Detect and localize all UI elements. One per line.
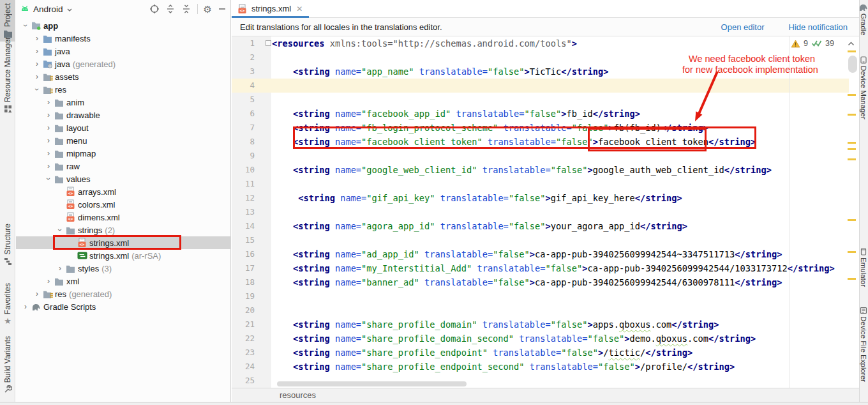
code-line-8[interactable]: <string name="facebook_client_token" tra… (271, 135, 846, 149)
toolwindow-button-structure[interactable]: Structure (0, 224, 15, 266)
tree-item-xml[interactable]: ›xml (16, 275, 230, 287)
toolwindow-button-resource-manager[interactable]: Resource Manager (0, 37, 15, 113)
warning-stripe-mark[interactable] (848, 278, 856, 280)
code-line-20[interactable] (271, 303, 846, 317)
chevron-expanded-icon[interactable]: › (54, 224, 66, 236)
code-line-19[interactable] (271, 289, 846, 303)
code-line-22[interactable]: <string name="share_profile_domain_secon… (271, 332, 846, 346)
tree-item-gradle-scripts[interactable]: ›Gradle Scripts (16, 300, 230, 313)
tab-strings-xml[interactable]: <> strings.xml ✕ (232, 0, 309, 17)
tree-item-colors-xml[interactable]: <>colors.xml (16, 198, 230, 211)
code-line-10[interactable]: <string name="google_web_client_id" tran… (271, 163, 846, 177)
chevron-collapsed-icon[interactable]: › (31, 32, 43, 45)
chevron-collapsed-icon[interactable]: › (43, 147, 54, 160)
chevron-collapsed-icon[interactable]: › (31, 70, 43, 83)
chevron-collapsed-icon[interactable]: › (31, 287, 43, 300)
tree-item-styles-3[interactable]: ›styles(3) (16, 262, 230, 275)
tree-item-res[interactable]: ›res (16, 83, 230, 96)
minimize-icon[interactable] (218, 4, 227, 13)
code-line-21[interactable]: <string name="share_profile_domain" tran… (271, 317, 846, 332)
project-view-selector[interactable]: Android (20, 4, 73, 14)
tree-item-arrays-xml[interactable]: <>arrays.xml (16, 185, 230, 198)
code-line-17[interactable]: <string name="my_Interstitial_Add" trans… (271, 261, 846, 275)
chevron-up-icon[interactable] (848, 42, 855, 46)
chevron-collapsed-icon[interactable]: › (31, 45, 43, 57)
tree-item-java-generated[interactable]: ›java(generated) (16, 57, 230, 70)
warning-stripe-mark[interactable] (848, 114, 856, 116)
warning-stripe-mark[interactable] (848, 158, 856, 160)
code-line-15[interactable] (271, 233, 846, 247)
chevron-expanded-icon[interactable]: › (43, 172, 54, 185)
code-line-23[interactable]: <string name="share_profile_endpoint" tr… (271, 346, 846, 360)
tree-item-menu[interactable]: ›menu (16, 134, 230, 147)
horizontal-scrollbar-thumb[interactable] (277, 381, 467, 386)
warning-stripe-mark[interactable] (848, 219, 856, 221)
collapse-all-icon[interactable] (181, 4, 191, 14)
breadcrumb[interactable]: resources (232, 388, 859, 402)
warning-stripe-mark[interactable] (848, 142, 856, 144)
toolwindow-button-project[interactable]: Project (0, 0, 15, 42)
tree-item-values[interactable]: ›values (16, 172, 230, 185)
inspections-widget[interactable]: 9 39 (791, 38, 859, 49)
toolwindow-button-device-file-explorer[interactable]: Device File Explorer (859, 307, 868, 382)
open-editor-link[interactable]: Open editor (721, 22, 765, 32)
chevron-collapsed-icon[interactable]: › (31, 57, 43, 70)
code-line-4[interactable] (271, 79, 846, 93)
tree-item-layout[interactable]: ›layout (16, 121, 230, 134)
fold-marker-icon[interactable] (266, 40, 271, 46)
code-line-1[interactable]: <resources xmlns:tools="http://schemas.a… (271, 36, 846, 50)
tree-item-strings-xml[interactable]: <>strings.xml (16, 236, 230, 249)
tree-item-drawable[interactable]: ›drawable (16, 109, 230, 121)
gear-icon[interactable]: ⚙ (204, 4, 212, 14)
tree-item-dimens-xml[interactable]: <>dimens.xml (16, 211, 230, 224)
expand-all-icon[interactable] (165, 4, 176, 14)
code-line-6[interactable]: <string name="facebook_app_id" translata… (271, 107, 846, 121)
code-line-12[interactable]: <string name="gif_api_key" translatable=… (271, 191, 846, 205)
warning-stripe-mark[interactable] (848, 50, 856, 52)
code-line-11[interactable] (271, 177, 846, 191)
chevron-expanded-icon[interactable]: › (20, 19, 31, 32)
toolwindow-button-emulator[interactable]: Emulator (859, 248, 868, 287)
chevron-collapsed-icon[interactable]: › (43, 96, 54, 109)
chevron-collapsed-icon[interactable]: › (43, 134, 54, 147)
code-line-13[interactable] (271, 205, 846, 219)
warning-stripe-mark[interactable] (848, 251, 856, 253)
close-icon[interactable]: ✕ (295, 4, 303, 13)
breadcrumb-resources[interactable]: resources (280, 390, 316, 400)
error-stripe[interactable] (846, 36, 859, 388)
chevron-expanded-icon[interactable]: › (31, 83, 43, 96)
tree-item-strings-xml-arrSA[interactable]: strings.xml(ar-rSA) (16, 249, 230, 262)
chevron-collapsed-icon[interactable]: › (43, 121, 54, 134)
vertical-scrollbar-thumb[interactable] (848, 56, 857, 73)
code-line-18[interactable]: <string name="banner_ad" translatable="f… (271, 275, 846, 289)
tree-item-java[interactable]: ›java (16, 45, 230, 57)
code-line-14[interactable]: <string name="agora_app_id" translatable… (271, 219, 846, 233)
code-line-16[interactable]: <string name="ad_app_id" translatable="f… (271, 247, 846, 261)
tree-item-mipmap[interactable]: ›mipmap (16, 147, 230, 160)
toolwindow-button-device-manager[interactable]: Device Manager (859, 56, 868, 119)
chevron-collapsed-icon[interactable]: › (43, 275, 54, 287)
code-line-9[interactable] (271, 149, 846, 163)
tree-item-manifests[interactable]: ›manifests (16, 32, 230, 45)
tree-item-strings-2[interactable]: ›strings(2) (16, 224, 230, 236)
warning-stripe-mark[interactable] (848, 94, 856, 96)
code-line-24[interactable]: <string name="share_profile_endpoint_sec… (271, 360, 846, 374)
warning-stripe-mark[interactable] (848, 148, 856, 150)
tree-item-res-generated[interactable]: ›res(generated) (16, 287, 230, 300)
code-editor[interactable]: 1234567891011121314151617181920212223242… (232, 36, 859, 388)
code-line-7[interactable]: <string name="fb_login_protocol_scheme" … (271, 121, 846, 135)
target-icon[interactable] (149, 4, 160, 14)
hide-notification-link[interactable]: Hide notification (789, 22, 848, 32)
tree-item-raw[interactable]: ›raw (16, 160, 230, 172)
code-text[interactable]: <resources xmlns:tools="http://schemas.a… (271, 36, 846, 388)
chevron-collapsed-icon[interactable]: › (43, 160, 54, 172)
tree-item-assets[interactable]: ›assets (16, 70, 230, 83)
toolwindow-button-favorites[interactable]: Favorites★ (0, 283, 15, 325)
tree-item-app[interactable]: ›app (16, 19, 230, 32)
chevron-collapsed-icon[interactable]: › (20, 300, 31, 313)
toolwindow-button-gradle[interactable]: Gradle (859, 3, 868, 36)
code-line-5[interactable] (271, 93, 846, 107)
toolwindow-button-build-variants[interactable]: Build Variants (0, 336, 15, 394)
chevron-collapsed-icon[interactable]: › (43, 109, 54, 121)
tree-item-anim[interactable]: ›anim (16, 96, 230, 109)
